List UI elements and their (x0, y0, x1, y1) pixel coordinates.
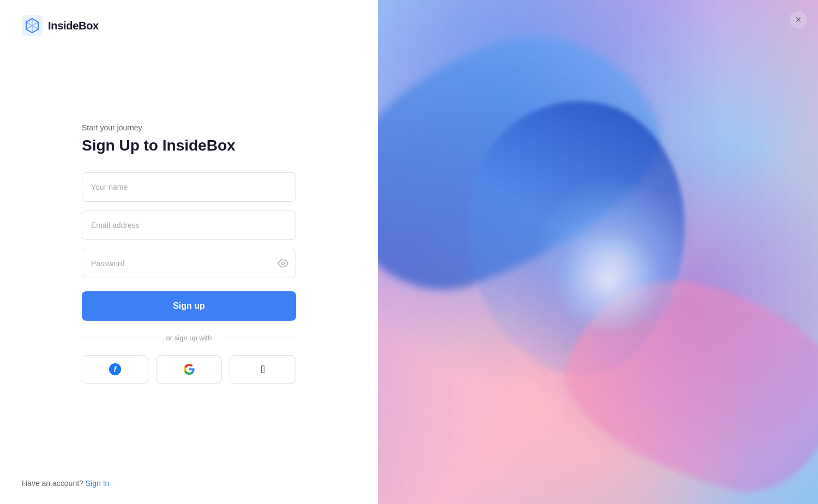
fluid-shape-5 (554, 227, 663, 336)
google-signup-button[interactable] (156, 355, 222, 384)
name-field-group (82, 172, 296, 202)
fluid-overlay (378, 0, 818, 504)
password-field-group (82, 249, 296, 278)
email-input[interactable] (82, 211, 296, 240)
abstract-background (378, 0, 818, 504)
password-input[interactable] (82, 249, 296, 278)
right-panel: × (378, 0, 818, 504)
svg-point-1 (282, 262, 285, 265)
signin-link[interactable]: Sign In (86, 479, 110, 488)
toggle-password-icon[interactable] (278, 258, 288, 269)
email-field-group (82, 211, 296, 240)
name-input[interactable] (82, 172, 296, 202)
password-wrapper (82, 249, 296, 278)
social-buttons: f  (82, 355, 296, 384)
bottom-text: Have an account? Sign In (22, 479, 109, 488)
google-icon (183, 363, 195, 375)
divider-line-right (219, 338, 296, 338)
divider-row: or sign up with (82, 334, 296, 342)
form-title: Sign Up to InsideBox (82, 136, 296, 155)
apple-signup-button[interactable]:  (230, 355, 296, 384)
divider-text: or sign up with (166, 334, 212, 342)
form-container: Start your journey Sign Up to InsideBox (22, 3, 356, 504)
close-button[interactable]: × (790, 11, 807, 28)
have-account-text: Have an account? (22, 479, 83, 488)
divider-line-left (82, 338, 159, 338)
signup-button[interactable]: Sign up (82, 291, 296, 321)
form-subtitle: Start your journey (82, 123, 296, 132)
facebook-signup-button[interactable]: f (82, 355, 148, 384)
apple-icon:  (261, 363, 265, 376)
facebook-icon: f (109, 363, 121, 375)
left-panel: InsideBox Start your journey Sign Up to … (0, 0, 378, 504)
